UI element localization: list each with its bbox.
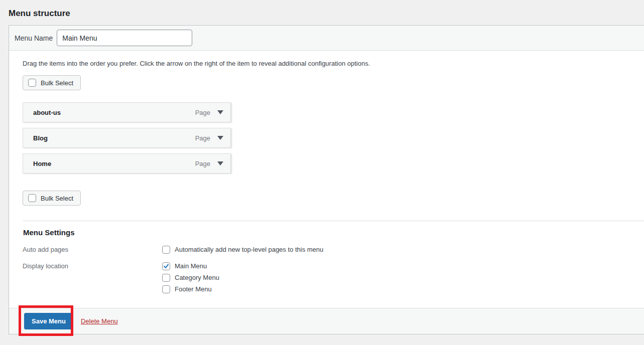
location-option-main-menu[interactable]: Main Menu <box>162 261 219 271</box>
chevron-down-icon[interactable] <box>217 110 223 114</box>
auto-add-pages-option[interactable]: Automatically add new top-level pages to… <box>162 245 323 254</box>
bulk-select-bottom[interactable]: Bulk Select <box>23 191 81 206</box>
menu-editor-panel: Menu Name Drag the items into the order … <box>9 25 644 334</box>
menu-items-list: about-us Page Blog Page Home Page <box>23 102 644 174</box>
location-option-label: Main Menu <box>175 261 207 271</box>
location-option-footer-menu[interactable]: Footer Menu <box>162 284 219 294</box>
menu-item-type: Page <box>195 160 210 167</box>
menu-item-title: Blog <box>33 134 48 142</box>
menu-item-title: Home <box>33 160 51 167</box>
auto-add-pages-label: Auto add pages <box>23 245 162 256</box>
menu-name-input[interactable] <box>57 30 192 46</box>
menu-settings-table: Auto add pages Automatically add new top… <box>23 245 644 294</box>
menu-settings-heading: Menu Settings <box>23 228 644 237</box>
menu-item-home[interactable]: Home Page <box>23 153 231 174</box>
menu-item-about-us[interactable]: about-us Page <box>23 102 231 122</box>
auto-add-checkbox[interactable] <box>162 246 170 254</box>
menu-structure-body: Drag the items into the order you prefer… <box>9 51 644 308</box>
bulk-select-bottom-checkbox[interactable] <box>28 194 36 202</box>
category-menu-checkbox[interactable] <box>162 274 170 282</box>
auto-add-option-label: Automatically add new top-level pages to… <box>175 245 323 254</box>
location-option-label: Footer Menu <box>175 284 212 294</box>
delete-menu-link[interactable]: Delete Menu <box>81 317 118 325</box>
bulk-select-top[interactable]: Bulk Select <box>23 75 81 90</box>
display-location-row: Display location Main Menu Category Menu <box>23 261 644 294</box>
check-icon <box>163 263 169 269</box>
chevron-down-icon[interactable] <box>217 161 223 165</box>
menu-name-bar: Menu Name <box>9 26 644 51</box>
menu-item-type: Page <box>195 109 210 116</box>
page-title: Menu structure <box>9 9 644 19</box>
menu-editor-footer: Save Menu Delete Menu <box>9 308 644 334</box>
bulk-select-label: Bulk Select <box>41 195 73 202</box>
menu-item-type: Page <box>195 134 210 142</box>
menu-item-blog[interactable]: Blog Page <box>23 128 231 148</box>
settings-divider <box>23 221 644 221</box>
location-option-label: Category Menu <box>175 273 219 282</box>
display-location-label: Display location <box>23 261 162 294</box>
menu-name-label: Menu Name <box>15 34 53 42</box>
menu-item-title: about-us <box>33 109 61 116</box>
drag-instructions: Drag the items into the order you prefer… <box>23 51 644 68</box>
chevron-down-icon[interactable] <box>217 136 223 140</box>
bulk-select-label: Bulk Select <box>41 79 73 87</box>
bulk-select-top-checkbox[interactable] <box>28 79 36 87</box>
display-location-options: Main Menu Category Menu Footer Menu <box>162 261 219 294</box>
auto-add-pages-row: Auto add pages Automatically add new top… <box>23 245 644 256</box>
save-menu-button[interactable]: Save Menu <box>24 313 73 329</box>
location-option-category-menu[interactable]: Category Menu <box>162 273 219 282</box>
footer-menu-checkbox[interactable] <box>162 285 170 293</box>
main-menu-checkbox[interactable] <box>162 262 170 270</box>
